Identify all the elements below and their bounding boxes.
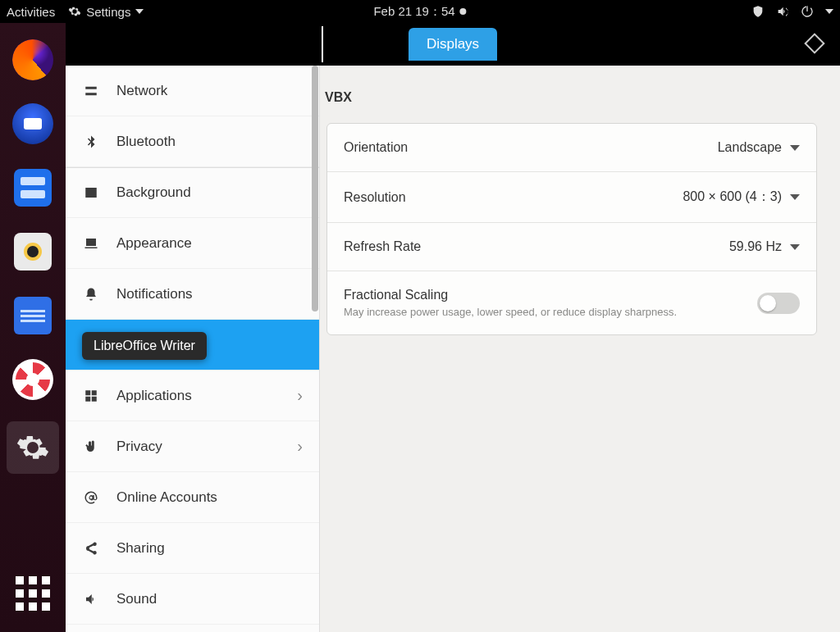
- clock-text: Feb 21 19：54: [373, 4, 454, 20]
- sidebar-item-appearance[interactable]: Appearance: [66, 218, 319, 269]
- chevron-right-icon: ›: [297, 437, 303, 456]
- app-menu-label: Settings: [86, 5, 130, 19]
- shield-icon: [751, 5, 765, 18]
- dock-app-rhythmbox[interactable]: [11, 230, 55, 274]
- thunderbird-icon: [12, 103, 53, 144]
- sidebar-item-network[interactable]: Network: [66, 66, 319, 116]
- settings-window: Displays Network Bluetooth Background Ap…: [66, 23, 840, 632]
- sidebar-item-label: Appearance: [116, 235, 192, 252]
- sidebar-item-sound[interactable]: Sound: [66, 574, 319, 625]
- dock-show-applications[interactable]: [11, 571, 55, 616]
- row-refresh-rate[interactable]: Refresh Rate 59.96 Hz: [327, 223, 816, 271]
- resolution-value: 800 × 600 (4：3): [682, 189, 782, 206]
- speaker-icon: [14, 233, 52, 271]
- display-name: VBX: [325, 90, 824, 105]
- notification-dot-icon: [460, 8, 467, 15]
- sidebar-item-label: Privacy: [116, 439, 162, 455]
- gear-icon: [68, 5, 81, 18]
- sidebar-item-label: Bluetooth: [116, 134, 176, 150]
- titlebar-divider: [322, 26, 323, 62]
- system-status-area[interactable]: [751, 5, 833, 18]
- clock[interactable]: Feb 21 19：54: [373, 4, 466, 20]
- sidebar-item-applications[interactable]: Applications ›: [66, 371, 319, 421]
- display-settings-box: Orientation Landscape Resolution 800 × 6…: [326, 123, 817, 335]
- fractional-scaling-switch[interactable]: [757, 293, 800, 314]
- share-icon: [82, 541, 100, 556]
- settings-main: VBX Orientation Landscape Resolution 800…: [320, 66, 840, 632]
- sidebar-item-label: Applications: [116, 388, 192, 404]
- dock: [0, 23, 66, 632]
- row-label: Refresh Rate: [344, 239, 421, 254]
- sidebar-item-label: Sound: [116, 591, 157, 607]
- row-resolution[interactable]: Resolution 800 × 600 (4：3): [327, 172, 816, 223]
- sidebar-item-bluetooth[interactable]: Bluetooth: [66, 116, 319, 167]
- sidebar-item-sharing[interactable]: Sharing: [66, 523, 319, 574]
- chevron-right-icon: ›: [297, 386, 303, 405]
- row-value: 800 × 600 (4：3): [682, 189, 800, 206]
- caret-down-icon: [135, 7, 144, 16]
- row-label: Orientation: [344, 140, 408, 155]
- sidebar-item-privacy[interactable]: Privacy ›: [66, 421, 319, 472]
- window-titlebar[interactable]: Displays: [66, 23, 840, 66]
- row-value: Landscape: [718, 140, 800, 155]
- refresh-value: 59.96 Hz: [729, 239, 782, 254]
- dock-app-writer[interactable]: [11, 293, 55, 338]
- caret-down-icon: [790, 145, 800, 151]
- sidebar-item-label: Network: [116, 83, 167, 99]
- dock-app-files[interactable]: [11, 166, 55, 210]
- app-menu-button[interactable]: Settings: [68, 5, 144, 19]
- lifebuoy-icon: [12, 359, 53, 400]
- row-label: Fractional Scaling: [344, 288, 677, 302]
- sidebar-item-notifications[interactable]: Notifications: [66, 269, 319, 320]
- orientation-lock-icon[interactable]: [804, 33, 824, 53]
- sidebar-item-background[interactable]: Background: [66, 167, 319, 218]
- hand-icon: [82, 439, 100, 454]
- at-icon: [82, 490, 100, 505]
- caret-down-icon: [790, 244, 800, 250]
- files-icon: [14, 169, 52, 207]
- row-sublabel: May increase power usage, lower speed, o…: [344, 306, 677, 318]
- orientation-value: Landscape: [718, 140, 782, 155]
- firefox-icon: [12, 39, 53, 80]
- network-icon: [82, 84, 100, 98]
- dock-app-thunderbird[interactable]: [11, 102, 55, 146]
- sidebar-item-label: Sharing: [116, 540, 165, 557]
- power-icon: [801, 5, 814, 18]
- dock-tooltip: LibreOffice Writer: [82, 332, 207, 360]
- dock-app-settings[interactable]: [7, 421, 59, 474]
- row-label: Resolution: [344, 190, 406, 205]
- sidebar-item-label: Online Accounts: [116, 489, 217, 506]
- dock-app-help[interactable]: [11, 357, 55, 402]
- writer-icon: [14, 297, 52, 334]
- apps-icon: [82, 389, 100, 403]
- sound-icon: [82, 592, 100, 607]
- row-fractional-scaling: Fractional Scaling May increase power us…: [327, 271, 816, 334]
- activities-button[interactable]: Activities: [7, 5, 55, 19]
- caret-down-icon: [825, 7, 833, 16]
- row-orientation[interactable]: Orientation Landscape: [327, 124, 816, 172]
- top-panel: Activities Settings Feb 21 19：54: [0, 0, 840, 23]
- sidebar-item-label: Notifications: [116, 286, 193, 302]
- background-icon: [82, 185, 100, 200]
- bell-icon: [82, 287, 100, 302]
- apps-grid-icon: [16, 576, 50, 611]
- caret-down-icon: [790, 194, 800, 200]
- appearance-icon: [82, 236, 100, 251]
- sidebar-item-label: Background: [116, 184, 191, 201]
- sidebar-scrollbar[interactable]: [312, 66, 318, 311]
- dock-app-firefox[interactable]: [11, 38, 55, 82]
- title-tab-displays[interactable]: Displays: [409, 28, 497, 61]
- gear-icon: [12, 427, 53, 468]
- row-value: 59.96 Hz: [729, 239, 800, 254]
- volume-icon: [776, 5, 789, 18]
- bluetooth-icon: [82, 134, 100, 149]
- sidebar-item-online-accounts[interactable]: Online Accounts: [66, 472, 319, 523]
